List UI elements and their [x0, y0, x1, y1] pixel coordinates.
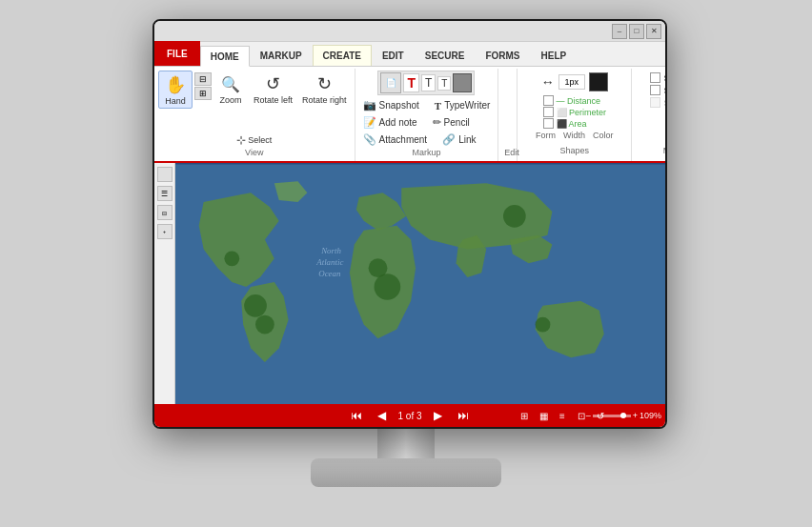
zoom-control: – + 109%	[586, 411, 661, 420]
link-button[interactable]: 🔗 Link	[438, 132, 479, 148]
area-checkbox[interactable]	[543, 118, 554, 129]
ribbon-group-shapes: ↔ — Distance ⬜ Perimeter	[518, 69, 632, 161]
stand-base	[311, 458, 501, 487]
scroll-view[interactable]: ≡	[555, 408, 570, 423]
ribbon-group-measure: Show ruler Show grid Snap to grid Measur…	[632, 69, 665, 161]
world-map-svg: North Atlantic Ocean	[175, 163, 665, 404]
pdf-content: North Atlantic Ocean The World Achieves …	[175, 163, 665, 404]
doc-area: ☰ ⊟ +	[154, 163, 665, 404]
nav-next-button[interactable]: ▶	[430, 407, 447, 424]
title-bar-controls: – □ ✕	[612, 24, 661, 39]
sidebar-bookmark[interactable]: ☰	[157, 186, 173, 201]
attachment-button[interactable]: 📎 Attachment	[359, 132, 432, 148]
rotate-right-button[interactable]: ↻ Rotate right	[298, 71, 351, 107]
link-icon: 🔗	[442, 133, 456, 146]
zoom-level: 109%	[639, 411, 661, 420]
pencil-icon: ✏	[433, 116, 441, 129]
sidebar-page-thumb[interactable]	[157, 167, 173, 182]
snap-to-grid-checkbox[interactable]	[650, 97, 660, 108]
distance-checkbox[interactable]	[543, 95, 554, 106]
text-markup-area: 📄	[380, 72, 401, 93]
monitor-stand	[311, 413, 501, 527]
ribbon-tabs: FILE HOME MARKUP CREATE EDIT SECURE FORM…	[154, 42, 665, 67]
hand-icon: ✋	[164, 73, 187, 96]
width-input[interactable]	[558, 74, 585, 90]
select-icon: ⊹	[236, 133, 246, 147]
sidebar-icon-1[interactable]: ⊟	[194, 72, 212, 86]
shapes-group-label: Shapes	[523, 146, 625, 157]
zoom-slider[interactable]	[593, 415, 631, 417]
nav-prev-button[interactable]: ◀	[373, 407, 390, 424]
ribbon-content: ✋ Hand ⊟ ⊞ 🔍 Zoom ↺	[154, 67, 665, 163]
nav-first-button[interactable]: ⏮	[348, 407, 365, 424]
tab-home[interactable]: HOME	[200, 46, 250, 67]
hand-button[interactable]: ✋ Hand	[158, 71, 193, 109]
tab-forms[interactable]: FORMS	[475, 45, 530, 66]
width-label: Width	[563, 131, 585, 140]
perimeter-label: ⬜ Perimeter	[557, 108, 607, 117]
tab-create[interactable]: CREATE	[313, 45, 372, 66]
typewriter-icon: T	[435, 100, 441, 111]
close-button[interactable]: ✕	[646, 24, 661, 39]
app-window: – □ ✕ FILE HOME MARKUP CREATE EDIT SECUR…	[154, 21, 665, 427]
typewriter-button[interactable]: T TypeWriter	[431, 97, 495, 113]
typewriter-label: TypeWriter	[444, 100, 490, 111]
snapshot-button[interactable]: 📷 Snapshot	[359, 97, 423, 113]
add-note-button[interactable]: 📝 Add note	[359, 114, 421, 131]
svg-text:Atlantic: Atlantic	[315, 257, 343, 267]
pencil-button[interactable]: ✏ Pencil	[429, 114, 474, 131]
distance-label: — Distance	[557, 96, 601, 106]
rotate-left-icon: ↺	[262, 72, 285, 95]
zoom-icon: 🔍	[219, 72, 242, 95]
color-swatch[interactable]	[453, 73, 472, 92]
title-bar: – □ ✕	[154, 21, 665, 42]
ribbon-group-edit: Edit	[498, 69, 518, 161]
show-grid-label: Show grid	[664, 86, 665, 95]
maximize-button[interactable]: □	[629, 24, 644, 39]
view-group-label: View	[158, 148, 351, 159]
nav-last-button[interactable]: ⏭	[455, 407, 472, 424]
text-tool-T1[interactable]: T	[403, 73, 419, 92]
attachment-label: Attachment	[379, 134, 428, 145]
show-grid-checkbox[interactable]	[650, 85, 660, 95]
show-ruler-label: Show ruler	[664, 73, 665, 83]
ribbon-group-markup: 📄 T T T 📷 Snapshot T Typ	[355, 69, 499, 161]
svg-text:Ocean: Ocean	[318, 269, 341, 278]
tab-help[interactable]: HELP	[531, 45, 578, 66]
tab-file[interactable]: FILE	[154, 41, 200, 66]
perimeter-checkbox[interactable]	[543, 107, 554, 117]
tab-edit[interactable]: EDIT	[372, 45, 415, 66]
zoom-button[interactable]: 🔍 Zoom	[213, 71, 248, 107]
show-ruler-checkbox[interactable]	[650, 72, 660, 83]
minimize-button[interactable]: –	[612, 24, 627, 39]
svg-point-3	[255, 315, 274, 334]
two-page-view[interactable]: ▦	[536, 408, 551, 423]
sidebar-icon-2[interactable]: ⊞	[194, 87, 212, 100]
add-note-label: Add note	[379, 117, 417, 128]
hand-label: Hand	[165, 96, 186, 106]
sidebar-icon-4[interactable]: +	[157, 224, 173, 239]
arrow-shape: ↔	[541, 74, 555, 90]
area-label: ⬛ Area	[557, 119, 587, 129]
select-button[interactable]: ⊹ Select	[233, 132, 275, 148]
svg-point-7	[536, 317, 551, 333]
snap-to-grid-label: Snap to grid	[664, 98, 665, 108]
ribbon-group-view: ✋ Hand ⊟ ⊞ 🔍 Zoom ↺	[154, 69, 355, 161]
rotate-right-label: Rotate right	[302, 95, 347, 105]
rotate-left-button[interactable]: ↺ Rotate left	[250, 71, 296, 107]
tab-markup[interactable]: MARKUP	[250, 45, 313, 66]
zoom-plus[interactable]: +	[633, 411, 638, 420]
tab-secure[interactable]: SECURE	[415, 45, 476, 66]
color-label: Color	[593, 131, 614, 140]
snapshot-label: Snapshot	[379, 100, 419, 111]
svg-text:North: North	[320, 246, 341, 255]
text-tool-T3[interactable]: T	[437, 76, 451, 91]
single-page-view[interactable]: ⊞	[517, 408, 532, 423]
text-tool-T2[interactable]: T	[421, 74, 436, 91]
color-picker[interactable]	[589, 72, 608, 91]
sidebar-icon-3[interactable]: ⊟	[157, 205, 173, 220]
pencil-label: Pencil	[444, 117, 470, 128]
page-info: 1 of 3	[397, 411, 421, 421]
markup-group-label: Markup	[359, 148, 495, 159]
zoom-minus[interactable]: –	[586, 411, 591, 420]
